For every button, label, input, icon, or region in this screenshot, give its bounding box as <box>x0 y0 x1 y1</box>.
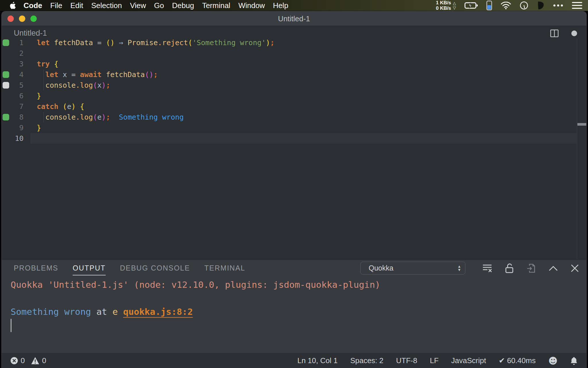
output-line: Quokka 'Untitled-1.js' (node: v12.10.0, … <box>11 278 380 292</box>
line-number: 3 <box>10 59 24 69</box>
split-editor-icon[interactable] <box>550 29 559 37</box>
feedback-smiley-icon[interactable]: ☻ <box>548 356 558 366</box>
battery-charging-icon[interactable] <box>465 2 478 9</box>
upload-speed: 1 KB/s <box>436 0 451 5</box>
menu-item-file[interactable]: File <box>46 1 66 10</box>
macos-menu-bar: CodeFileEditSelectionViewGoDebugTerminal… <box>0 0 588 11</box>
output-channel-select[interactable]: Quokka ▲ ▼ <box>360 262 465 275</box>
device-battery-icon[interactable] <box>486 1 492 10</box>
overview-ruler-cursor-mark <box>577 123 586 126</box>
code-line-5: 5 console.log(x); <box>2 80 577 91</box>
code-line-7: 7catch (e) { <box>2 101 577 112</box>
problems-status[interactable]: 0 0 <box>10 356 46 365</box>
modified-indicator-icon[interactable] <box>571 30 577 36</box>
line-number: 7 <box>10 101 24 112</box>
code-line-3: 3try { <box>2 59 577 69</box>
code-text: catch (e) { <box>24 101 84 112</box>
line-number: 1 <box>10 37 24 48</box>
output-text: at <box>91 306 113 317</box>
panel-actions <box>482 262 579 275</box>
menu-item-window[interactable]: Window <box>234 1 269 10</box>
pointer-shield-icon[interactable] <box>537 1 544 10</box>
status-bar: 0 0 ☻ Ln 10, Col 1Spaces: 2UTF-8LFJavaSc… <box>2 353 586 368</box>
quokka-coverage-marker <box>2 114 10 120</box>
status-item-utf-8[interactable]: UTF-8 <box>396 356 417 365</box>
open-editor-title[interactable]: Untitled-1 <box>14 29 47 38</box>
menu-items: CodeFileEditSelectionViewGoDebugTerminal… <box>20 1 292 10</box>
code-line-6: 6} <box>2 91 577 101</box>
editor-header: Untitled-1 <box>2 26 586 39</box>
quokka-coverage-marker <box>2 82 10 89</box>
panel-tab-output[interactable]: OUTPUT <box>73 264 106 275</box>
code-line-4: 4 let x = await fetchData(); <box>2 69 577 80</box>
menu-item-terminal[interactable]: Terminal <box>198 1 234 10</box>
menu-item-help[interactable]: Help <box>269 1 292 10</box>
line-number: 8 <box>10 112 24 122</box>
close-panel-icon[interactable] <box>571 264 579 272</box>
network-speed-indicator[interactable]: 1 KB/s 0 KB/s △ ▽ <box>436 0 456 11</box>
open-in-editor-icon[interactable] <box>527 263 536 273</box>
window-title-bar[interactable]: Untitled-1 <box>2 12 586 26</box>
status-item-60-40ms[interactable]: ✔ 60.40ms <box>499 356 536 365</box>
apple-icon[interactable] <box>10 1 17 9</box>
status-item-lf[interactable]: LF <box>430 356 438 365</box>
line-number: 5 <box>10 80 24 91</box>
line-number: 6 <box>10 91 24 101</box>
output-channel-value: Quokka <box>369 264 393 272</box>
code-text: try { <box>24 59 58 69</box>
menu-status-area: 1 KB/s 0 KB/s △ ▽ <box>436 0 582 11</box>
panel-tab-debug-console[interactable]: DEBUG CONSOLE <box>120 264 190 275</box>
vscode-window: Untitled-1 Untitled-1 1let fetchData = (… <box>2 12 586 368</box>
errors-icon <box>10 357 18 365</box>
panel-tabs: PROBLEMSOUTPUTDEBUG CONSOLETERMINAL <box>14 264 245 275</box>
output-content[interactable]: Quokka 'Untitled-1.js' (node: v12.10.0, … <box>11 278 380 319</box>
panel-tab-problems[interactable]: PROBLEMS <box>14 264 58 275</box>
maximize-panel-icon[interactable] <box>549 265 558 271</box>
errors-count: 0 <box>21 356 25 365</box>
output-line <box>11 292 380 305</box>
line-number: 10 <box>10 133 24 144</box>
ellipsis-icon[interactable] <box>553 4 563 7</box>
code-line-9: 9} <box>2 122 577 133</box>
warnings-count: 0 <box>42 356 46 365</box>
menu-item-selection[interactable]: Selection <box>87 1 126 10</box>
output-text: Something wrong <box>11 306 91 317</box>
status-right: ☻ Ln 10, Col 1Spaces: 2UTF-8LFJavaScript… <box>297 356 578 366</box>
code-text: } <box>24 122 41 133</box>
menu-item-go[interactable]: Go <box>150 1 168 10</box>
notifications-bell-icon[interactable] <box>570 356 578 365</box>
screen: CodeFileEditSelectionViewGoDebugTerminal… <box>0 0 588 368</box>
code-editor[interactable]: 1let fetchData = () ⇒ Promise.reject('So… <box>2 37 577 144</box>
code-line-2: 2 <box>2 48 577 59</box>
status-item-ln-10-col-1[interactable]: Ln 10, Col 1 <box>297 356 338 365</box>
download-speed: 0 KB/s <box>436 5 451 11</box>
unlock-icon[interactable] <box>505 263 514 273</box>
menu-item-view[interactable]: View <box>126 1 150 10</box>
select-arrows-icon: ▲ ▼ <box>457 265 461 272</box>
code-text: console.log(e); Something wrong <box>24 112 184 122</box>
output-line: Something wrong at e quokka.js:8:2 <box>11 305 380 319</box>
wifi-icon[interactable] <box>501 2 511 9</box>
quokka-coverage-marker <box>2 39 10 46</box>
status-item-javascript[interactable]: JavaScript <box>451 356 486 365</box>
window-title: Untitled-1 <box>2 12 586 26</box>
clear-output-icon[interactable] <box>482 264 492 273</box>
line-number: 9 <box>10 122 24 133</box>
quokka-inline-log: Something wrong <box>119 113 184 121</box>
menu-item-edit[interactable]: Edit <box>66 1 87 10</box>
list-menu-icon[interactable] <box>572 2 582 9</box>
code-text: let fetchData = () ⇒ Promise.reject('Som… <box>24 37 274 48</box>
code-text: let x = await fetchData(); <box>24 69 158 80</box>
panel-tab-terminal[interactable]: TERMINAL <box>204 264 245 275</box>
download-arrow-icon: ▽ <box>453 5 456 10</box>
code-line-1: 1let fetchData = () ⇒ Promise.reject('So… <box>2 37 577 48</box>
quokka-coverage-marker <box>2 71 10 78</box>
overview-ruler <box>577 39 577 259</box>
gauge-icon[interactable] <box>520 1 528 10</box>
output-source-link[interactable]: quokka.js:8:2 <box>123 306 193 317</box>
status-item-spaces-2[interactable]: Spaces: 2 <box>350 356 384 365</box>
line-number: 2 <box>10 48 24 59</box>
menu-item-code[interactable]: Code <box>20 1 46 10</box>
line-number: 4 <box>10 69 24 80</box>
menu-item-debug[interactable]: Debug <box>168 1 198 10</box>
